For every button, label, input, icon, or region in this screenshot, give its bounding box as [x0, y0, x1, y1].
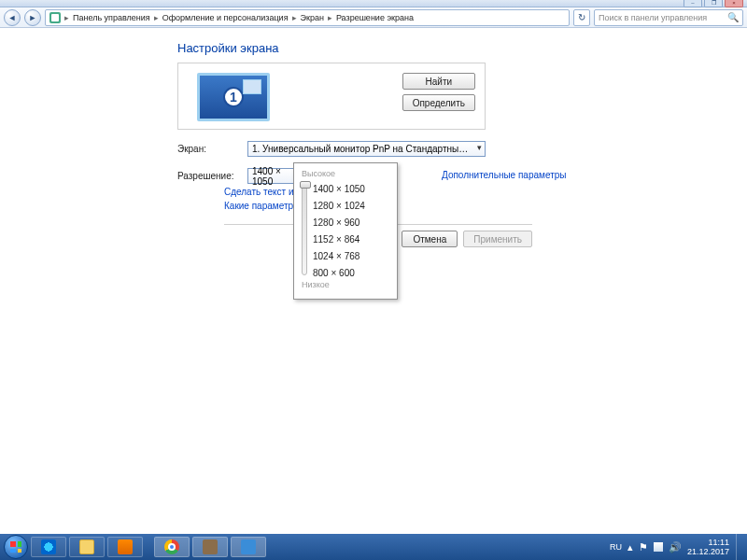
resolution-label: Разрешение:: [177, 171, 247, 181]
tray-time: 11:11: [687, 538, 729, 547]
minimize-button[interactable]: –: [684, 0, 702, 7]
address-bar: ◄ ► ▸ Панель управления ▸ Оформление и п…: [0, 7, 747, 28]
breadcrumb[interactable]: ▸ Панель управления ▸ Оформление и персо…: [45, 9, 570, 26]
resolution-options-list: 1400 × 1050 1280 × 1024 1280 × 960 1152 …: [313, 182, 365, 278]
advanced-settings-link[interactable]: Дополнительные параметры: [442, 170, 566, 180]
window-titlebar: – ❐ ×: [0, 0, 747, 7]
breadcrumb-sep: ▸: [290, 13, 299, 22]
breadcrumb-sep: ▸: [152, 13, 161, 22]
nav-back-button[interactable]: ◄: [4, 9, 21, 26]
refresh-button[interactable]: ↻: [573, 9, 590, 26]
resolution-slider[interactable]: [302, 182, 307, 275]
resolution-option[interactable]: 1152 × 864: [313, 234, 365, 245]
maximize-button[interactable]: ❐: [704, 0, 723, 7]
search-icon: 🔍: [727, 12, 739, 22]
media-icon: [118, 539, 133, 554]
ie-icon: [41, 539, 56, 554]
breadcrumb-sep: ▸: [63, 13, 71, 22]
resolution-select-value: 1400 × 1050: [252, 166, 288, 187]
page-title: Настройки экрана: [177, 41, 730, 55]
display-icon: [241, 539, 256, 554]
volume-icon[interactable]: 🔊: [669, 541, 682, 553]
resolution-slider-thumb[interactable]: [300, 181, 311, 189]
screen-row: Экран: 1. Универсальный монитор PnP на С…: [177, 141, 730, 157]
taskbar-display-settings[interactable]: [231, 537, 266, 557]
breadcrumb-item[interactable]: Панель управления: [73, 13, 150, 22]
system-tray: RU ▴ ⚑ 🔊 11:11 21.12.2017: [610, 538, 731, 556]
display-preview-panel: 1 Найти Определить: [177, 63, 486, 130]
resolution-option[interactable]: 747 × 560: [313, 268, 365, 278]
cancel-button[interactable]: Отмена: [402, 231, 458, 247]
taskbar-gimp[interactable]: [192, 537, 228, 557]
network-icon[interactable]: [654, 542, 663, 552]
tray-lang[interactable]: RU: [610, 542, 622, 552]
action-center-icon[interactable]: ⚑: [639, 541, 648, 553]
close-button[interactable]: ×: [725, 0, 743, 7]
show-desktop-button[interactable]: [736, 534, 743, 560]
breadcrumb-item[interactable]: Экран: [301, 13, 324, 22]
taskbar: RU ▴ ⚑ 🔊 11:11 21.12.2017: [0, 534, 747, 560]
nav-forward-button[interactable]: ►: [24, 9, 41, 26]
identify-button[interactable]: Определить: [402, 94, 475, 111]
resolution-option[interactable]: 1280 × 1024: [313, 201, 365, 211]
find-button[interactable]: Найти: [402, 73, 475, 90]
taskbar-explorer[interactable]: [69, 537, 105, 557]
taskbar-media[interactable]: [107, 537, 143, 557]
screen-select-value: 1. Универсальный монитор PnP на Стандарт…: [252, 144, 470, 154]
resolution-dropdown: Высокое 1400 × 1050 1280 × 1024 1280 × 9…: [293, 162, 398, 300]
resolution-option[interactable]: 1400 × 1050: [313, 184, 365, 194]
taskbar-ie[interactable]: [31, 537, 66, 557]
search-placeholder: Поиск в панели управления: [599, 13, 707, 22]
search-input[interactable]: Поиск в панели управления 🔍: [594, 9, 743, 26]
monitor-number-badge: 1: [223, 87, 244, 107]
chrome-icon: [164, 539, 179, 554]
tray-clock[interactable]: 11:11 21.12.2017: [687, 538, 729, 556]
dropdown-high-label: Высокое: [302, 169, 391, 178]
screen-label: Экран:: [177, 144, 247, 154]
gimp-icon: [203, 539, 218, 554]
monitor-ghost-icon: [243, 79, 261, 94]
apply-button: Применить: [463, 231, 532, 247]
folder-icon: [79, 539, 94, 554]
breadcrumb-item[interactable]: Разрешение экрана: [336, 13, 414, 22]
screen-select[interactable]: 1. Универсальный монитор PnP на Стандарт…: [247, 141, 486, 157]
control-panel-icon: [49, 12, 61, 23]
tray-chevron-icon[interactable]: ▴: [627, 541, 633, 553]
monitor-preview[interactable]: 1: [197, 73, 270, 121]
taskbar-chrome[interactable]: [154, 537, 190, 557]
tray-date: 21.12.2017: [687, 547, 729, 556]
dropdown-low-label: Низкое: [302, 280, 391, 289]
resolution-option[interactable]: 1024 × 768: [313, 251, 365, 261]
start-button[interactable]: [4, 535, 28, 559]
resolution-option[interactable]: 1280 × 960: [313, 217, 365, 228]
breadcrumb-item[interactable]: Оформление и персонализация: [162, 13, 289, 22]
breadcrumb-sep: ▸: [326, 13, 334, 22]
